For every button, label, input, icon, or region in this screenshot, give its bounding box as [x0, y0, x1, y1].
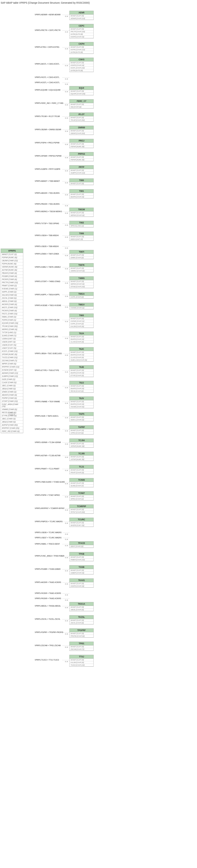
relationship-label: VPRPS-USE07 = TCURC-WAERS — [35, 537, 62, 539]
target-field: MANDT [CLNT (3)] — [70, 429, 94, 432]
root-field: JIBSA [CHAR (5)] — [1, 421, 23, 424]
relationship-label: VPRPS-EQUNR = EQUI-EQUNR — [35, 89, 61, 91]
relationship-label: VPRPS-MANDT = T000-MANDT — [35, 180, 60, 182]
target-table-box: TAIF5MANDT [CLNT (3)]SIZECL [CHAR (2)] — [69, 412, 94, 421]
multiplicity-label: 0..N — [65, 354, 68, 356]
relationship-label: VPRPS-USE06 = TCURC-WAERS — [35, 532, 62, 533]
relationship-label: VPRPS-FABKL = TFACD-IDENT — [35, 543, 60, 545]
relationship-label: VPRPS-TXTSP = T002-SPRAS — [35, 222, 59, 224]
root-field: USE06 [CUKY (5)] — [1, 344, 23, 347]
target-table-box: PROJMANDT [CLNT (3)]PSPNR [NUMC (8)] — [69, 139, 94, 148]
relationship-label: VPRPS-ZSCHM = TPI01-ZSCHM — [35, 645, 61, 647]
relationship-label: VPRPS-KTRG = CKPH-KSTRG — [35, 46, 59, 48]
connector-line — [62, 442, 69, 443]
multiplicity-label: 0..N — [65, 522, 68, 524]
target-table-box: TCJ1MANDT [CLNT (3)]PRART [CHAR (2)] — [69, 465, 94, 474]
multiplicity-label: 0..N — [65, 104, 68, 106]
target-table-name: T683 — [70, 314, 94, 317]
target-field: MANDT [CLNT (3)] — [70, 129, 94, 132]
relationship-label: VPRPS-VERNR = TCJ04-VERNR — [35, 441, 61, 443]
multiplicity-label: 0..N — [65, 224, 68, 226]
root-table-name: VPRPS — [1, 249, 23, 253]
target-table-name: TCURC — [70, 518, 94, 522]
multiplicity-label: 0..N — [65, 633, 68, 635]
root-field: IZWEK [CHAR (2)] — [1, 391, 23, 394]
target-field: TPLNR [CHAR (30)] — [70, 119, 94, 122]
target-table-name: TPI01 — [70, 642, 94, 646]
target-table-box: PRTPMANDT [CLNT (3)]SUBPR [CHAR (12)] — [69, 165, 94, 175]
target-table-box: TTXJMANDT [CLNT (3)]KALSM [CHAR (6)]TXJC… — [69, 655, 94, 666]
target-field: MANDT [CLNT (3)] — [70, 280, 94, 283]
target-field: MANDT [CLNT (3)] — [70, 182, 94, 185]
multiplicity-label: 0..N — [65, 194, 68, 196]
target-field: MANDT [CLNT (3)] — [70, 28, 94, 30]
multiplicity-label: 0..N — [65, 48, 68, 50]
target-table-name: TKZSL — [70, 615, 94, 619]
target-field: MANDT [CLNT (3)] — [70, 351, 94, 353]
target-table-name: TAIF5 — [70, 412, 94, 416]
target-field: MANDT [CLNT (3)] — [70, 582, 94, 585]
root-field: AENNR [CHAR (12)] — [1, 372, 23, 375]
connector-line — [62, 646, 69, 646]
root-field: PSPNR [NUMC (8)] — [1, 256, 23, 259]
target-field: MANDT [CLNT (3)] — [70, 416, 94, 418]
root-field: JIBCL [CHAR (3)] — [1, 417, 23, 421]
target-field: MANDT [CLNT (3)] — [70, 212, 94, 214]
relationship-label: VPRPS-KALSM = T683-KALSM — [35, 319, 59, 321]
relationship-label: VPRPS-TXJCD = TTXJ-TXJCD — [35, 659, 59, 661]
multiplicity-label: 0..N — [65, 557, 68, 558]
target-field: MANDT [CLNT (3)] — [70, 606, 94, 609]
root-field: ZSCHM [CHAR (7)] — [1, 359, 23, 362]
target-table-box: CKPHMANDT [CLNT (3)]KSTRG [CHAR (12)]DAT… — [69, 42, 94, 54]
root-field: TPLNR [CHAR (30)] — [1, 325, 23, 328]
target-table-name: T001W — [70, 208, 94, 212]
multiplicity-label: 0..N — [65, 538, 68, 540]
target-field: MANDT [CLNT (3)] — [70, 103, 94, 106]
connector-line — [62, 30, 69, 31]
target-table-box: ONR00MANDT [CLNT (3)]OBJNR [CHAR (22)] — [69, 126, 94, 135]
relationship-label: VPRPS-SUBPR = PRTP-SUBPR — [35, 168, 60, 170]
target-field: IND [CHAR (4)] — [70, 106, 94, 108]
relationship-label: VPRPS-PSPRI = TCN07-NPRIO — [35, 494, 60, 496]
root-field: RFIPPNT [CHAR (20)] — [1, 427, 23, 430]
target-field: PRART [CHAR (2)] — [70, 471, 94, 474]
target-table-name: TCN00 — [70, 478, 94, 482]
target-table-box: TPI01MANDT [CLNT (3)]ZSCHM [CHAR (7)] — [69, 642, 94, 651]
multiplicity-label: 0..N — [65, 78, 68, 80]
target-field: MSEHI [UNIT (3)] — [70, 238, 94, 241]
target-field: DATBI [DATS (8)] — [70, 51, 94, 54]
multiplicity-label: 0..N — [65, 483, 68, 485]
relationship-label: VPRPS-IMPRF = TAPRF-IVPRO — [35, 428, 60, 430]
multiplicity-label: 0..N — [65, 255, 68, 256]
root-field: MANDT [CLNT (3)] — [1, 253, 23, 256]
connector-line — [62, 90, 69, 90]
root-table-box: VPRPSMANDT [CLNT (3)]PSPNR [NUMC (8)]OBJ… — [1, 249, 23, 433]
target-field: BUKRS [CHAR (4)] — [70, 196, 94, 198]
connector-line — [62, 212, 69, 212]
target-field: MANDT [CLNT (3)] — [70, 267, 94, 270]
target-table-box: TCJ05MANDT [CLNT (3)]ASTNR [NUMC (8)] — [69, 452, 94, 461]
target-table-name: T681A — [70, 292, 94, 296]
target-table-name: TKA01 — [70, 579, 94, 582]
relationship-label: VPRPS-RFIPPNT = TCNRPIP-RFPNT — [35, 507, 65, 509]
relationship-label: VPRPS-FERC_IND = FERC_C7-IND — [35, 102, 63, 104]
root-field: EQUNR [CHAR (18)] — [1, 322, 23, 325]
target-field: MANDT [CLNT (3)] — [70, 659, 94, 661]
relationship-label: VPRPS-ABGSL = TKKAA-ABGSL — [35, 605, 61, 607]
target-table-name: TCN07 — [70, 492, 94, 495]
root-field: AKSTL [CHAR (10)] — [1, 306, 23, 309]
multiplicity-label: 0..N — [65, 130, 68, 132]
target-table-name: TCNRPIP — [70, 505, 94, 508]
relationship-label: VPRPS-PKOKR = TKA01-KOKRS — [35, 597, 61, 599]
root-field: JIBCL [CHAR (3)] — [1, 384, 23, 387]
multiplicity-label: 0..N — [65, 456, 68, 458]
multiplicity-label: 0..N — [65, 321, 68, 322]
connector-line — [62, 236, 69, 236]
target-field: KVEWE [CHAR (1)] — [70, 307, 94, 309]
relationship-label: VPRPS-KAPPL = T681A-KAPPL — [35, 294, 60, 296]
root-field: KVEWE [CHAR (1)] — [1, 287, 23, 290]
connector-line — [62, 156, 69, 156]
relationship-label: VPRPS-WERKS = T001W-WERKS — [35, 211, 62, 213]
multiplicity-label: 0..N — [65, 583, 68, 585]
target-field: BUKRS [CHAR (4)] — [70, 387, 94, 390]
